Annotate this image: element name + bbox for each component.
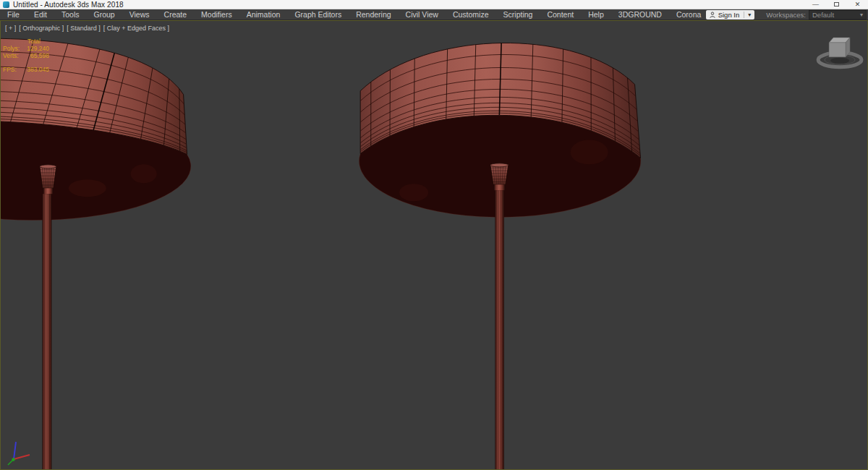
statistics-polys: Polys: 129,240: [3, 45, 49, 52]
restore-icon: [834, 2, 839, 7]
close-button[interactable]: ✕: [847, 0, 868, 9]
window-title: Untitled - Autodesk 3ds Max 2018: [13, 1, 124, 9]
viewport-pov-menu[interactable]: [ Orthographic ]: [19, 25, 64, 32]
statistics-header: Total: [19, 38, 49, 45]
title-bar: Untitled - Autodesk 3ds Max 2018 — ✕: [0, 0, 868, 9]
world-axis-gizmo: [8, 442, 30, 465]
view-cube[interactable]: [818, 38, 861, 67]
menu-animation[interactable]: Animation: [239, 9, 288, 20]
statistics-overlay: Total Polys: 129,240 Verts: 65,598 FPS: …: [3, 38, 49, 73]
menu-graph-editors[interactable]: Graph Editors: [287, 9, 349, 20]
viewport-orthographic[interactable]: [ + ] [ Orthographic ] [ Standard ] [ Cl…: [0, 20, 868, 470]
menu-bar: File Edit Tools Group Views Create Modif…: [0, 9, 868, 20]
menu-corona[interactable]: Corona: [669, 9, 708, 20]
menu-customize[interactable]: Customize: [446, 9, 496, 20]
user-icon: [710, 12, 715, 18]
menu-edit[interactable]: Edit: [27, 9, 54, 20]
lamp-object-left[interactable]: [1, 38, 191, 469]
viewport-standard-menu[interactable]: [ Standard ]: [67, 25, 101, 32]
menu-rendering[interactable]: Rendering: [349, 9, 398, 20]
menu-help[interactable]: Help: [581, 9, 611, 20]
main-window: Untitled - Autodesk 3ds Max 2018 — ✕ Fil…: [0, 0, 868, 470]
statistics-verts: Verts: 65,598: [3, 52, 49, 59]
viewport-shading-menu[interactable]: [ Clay + Edged Faces ]: [103, 25, 169, 32]
sign-in-label: Sign In: [718, 11, 740, 19]
restore-button[interactable]: [826, 0, 847, 9]
menu-civil-view[interactable]: Civil View: [399, 9, 446, 20]
menu-group[interactable]: Group: [87, 9, 122, 20]
workspaces-dropdown[interactable]: Default ▾: [809, 10, 867, 20]
menu-file[interactable]: File: [0, 9, 27, 20]
menu-create[interactable]: Create: [157, 9, 195, 20]
lamp-object-right[interactable]: [359, 43, 640, 469]
workspaces-label: Workspaces:: [766, 11, 806, 19]
statistics-fps: FPS: 383.045: [3, 66, 49, 73]
menu-3dground[interactable]: 3DGROUND: [611, 9, 669, 20]
viewport-maximize-menu[interactable]: [ + ]: [5, 25, 16, 32]
view-cube-front-face[interactable]: [829, 43, 846, 57]
menu-tools[interactable]: Tools: [54, 9, 87, 20]
menu-scripting[interactable]: Scripting: [496, 9, 540, 20]
viewport-label: [ + ] [ Orthographic ] [ Standard ] [ Cl…: [5, 25, 169, 32]
minimize-button[interactable]: —: [805, 0, 826, 9]
axis-z-icon: [14, 442, 16, 459]
sign-in-button[interactable]: Sign In ▾: [706, 10, 755, 20]
3dsmax-app-icon: [3, 1, 9, 8]
menu-modifiers[interactable]: Modifiers: [194, 9, 239, 20]
menu-views[interactable]: Views: [122, 9, 157, 20]
view-cube-shadow: [830, 58, 849, 64]
axis-origin-icon: [12, 458, 14, 461]
sign-in-caret-icon: ▾: [744, 12, 751, 18]
workspace-value: Default: [812, 11, 860, 19]
axis-x-icon: [14, 455, 30, 459]
menu-content[interactable]: Content: [540, 9, 581, 20]
workspaces-caret-icon: ▾: [860, 12, 863, 18]
